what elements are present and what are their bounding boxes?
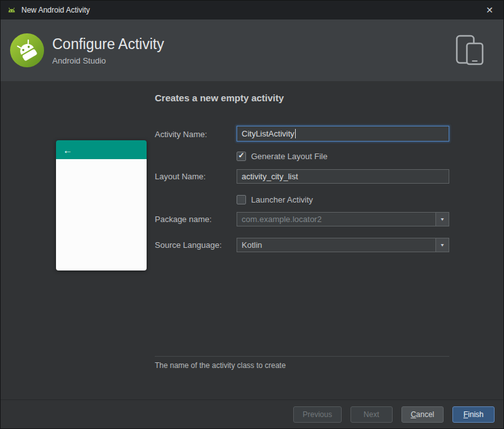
source-language-label: Source Language:	[155, 237, 234, 253]
package-name-combo[interactable]: com.example.locator2 ▼	[237, 212, 449, 226]
source-language-combo[interactable]: Kotlin ▼	[237, 238, 449, 252]
next-button: Next	[350, 406, 393, 423]
new-android-activity-dialog: New Android Activity ✕	[0, 0, 504, 429]
activity-name-label: Activity Name:	[155, 126, 234, 142]
launcher-activity-checkbox[interactable]: ✓	[237, 195, 246, 204]
preview-body	[56, 159, 147, 270]
text-caret	[295, 129, 296, 138]
finish-mnemonic: F	[463, 410, 468, 419]
layout-name-input[interactable]: activity_city_list	[237, 169, 449, 184]
header-text: Configure Activity Android Studio	[52, 36, 164, 65]
source-language-dropdown-button[interactable]: ▼	[435, 238, 449, 252]
previous-button-label: Previous	[303, 410, 332, 419]
wizard-subtitle: Android Studio	[52, 56, 164, 65]
check-icon: ✓	[238, 151, 244, 160]
previous-button: Previous	[293, 406, 342, 423]
button-bar: Previous Next Cancel Finish	[1, 399, 504, 428]
android-icon	[6, 5, 17, 16]
wizard-content: Creates a new empty activity ← Activity …	[1, 81, 504, 401]
chevron-down-icon: ▼	[440, 216, 445, 221]
wizard-title: Configure Activity	[52, 36, 164, 53]
chevron-down-icon: ▼	[440, 242, 445, 247]
next-button-label: Next	[364, 410, 379, 419]
back-arrow-icon: ←	[63, 145, 72, 155]
generate-layout-checkbox[interactable]: ✓	[237, 152, 246, 161]
field-help-text: The name of the activity class to create	[155, 361, 286, 370]
generate-layout-row[interactable]: ✓ Generate Layout File	[237, 150, 327, 162]
cancel-mnemonic: C	[411, 410, 417, 419]
finish-button-label: inish	[468, 410, 484, 419]
device-preview-icon	[454, 34, 487, 67]
layout-name-label: Layout Name:	[155, 169, 234, 184]
wizard-header: Configure Activity Android Studio	[1, 20, 503, 81]
preview-toolbar: ←	[56, 140, 147, 159]
activity-preview-thumbnail: ←	[56, 140, 147, 270]
launcher-activity-label: Launcher Activity	[251, 195, 313, 204]
android-studio-logo	[9, 33, 45, 68]
titlebar: New Android Activity ✕	[1, 1, 503, 20]
window-title: New Android Activity	[21, 6, 90, 14]
launcher-activity-row[interactable]: ✓ Launcher Activity	[237, 194, 313, 205]
package-name-value: com.example.locator2	[237, 213, 435, 226]
close-icon[interactable]: ✕	[476, 1, 503, 20]
layout-name-value: activity_city_list	[242, 172, 298, 181]
package-name-label: Package name:	[155, 211, 234, 227]
source-language-value: Kotlin	[237, 238, 435, 252]
help-separator	[155, 356, 449, 357]
cancel-button-label: ancel	[416, 410, 434, 419]
activity-name-value: CityListActivity	[242, 129, 294, 138]
finish-button[interactable]: Finish	[452, 406, 495, 423]
cancel-button[interactable]: Cancel	[401, 406, 444, 423]
step-heading: Creates a new empty activity	[155, 92, 284, 103]
activity-name-input[interactable]: CityListActivity	[237, 126, 449, 142]
package-name-dropdown-button[interactable]: ▼	[435, 213, 449, 226]
generate-layout-label: Generate Layout File	[251, 152, 327, 161]
